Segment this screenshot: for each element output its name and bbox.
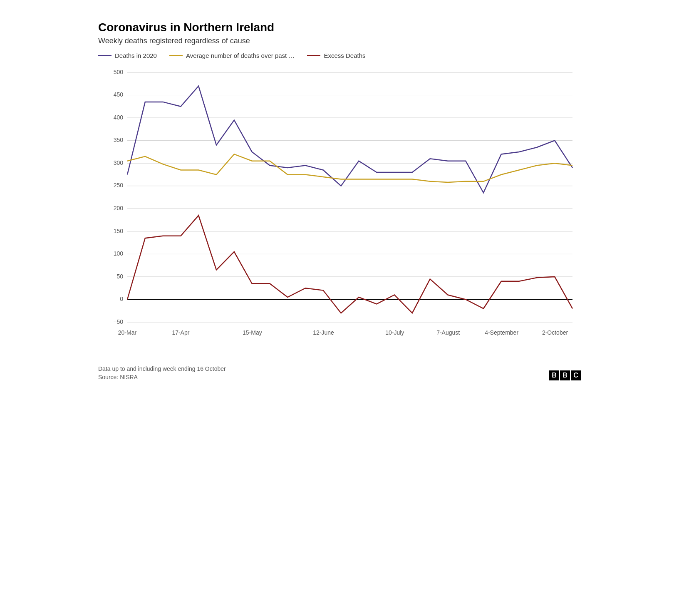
legend-line-average bbox=[169, 55, 183, 56]
chart-title: Coronavirus in Northern Ireland bbox=[98, 21, 581, 34]
deaths2020-line bbox=[127, 86, 572, 193]
legend-label-excess: Excess Deaths bbox=[324, 52, 365, 59]
chart-source: Source: NISRA bbox=[98, 374, 226, 380]
chart-footer-note: Data up to and including week ending 16 … bbox=[98, 365, 226, 372]
chart-svg: 500 450 400 350 300 250 200 150 100 50 0… bbox=[98, 64, 581, 355]
svg-text:200: 200 bbox=[114, 205, 124, 211]
svg-text:15-May: 15-May bbox=[243, 329, 262, 336]
chart-area: 500 450 400 350 300 250 200 150 100 50 0… bbox=[98, 64, 581, 355]
bbc-c: C bbox=[571, 370, 581, 380]
legend-line-excess bbox=[307, 55, 320, 56]
svg-text:350: 350 bbox=[114, 137, 124, 143]
legend-item-deaths2020: Deaths in 2020 bbox=[98, 52, 157, 59]
svg-text:300: 300 bbox=[114, 159, 124, 166]
svg-text:17-Apr: 17-Apr bbox=[172, 329, 189, 336]
legend-line-deaths2020 bbox=[98, 55, 112, 56]
footer-row: Data up to and including week ending 16 … bbox=[98, 360, 581, 380]
legend-label-deaths2020: Deaths in 2020 bbox=[115, 52, 157, 59]
excess-deaths-line bbox=[127, 216, 572, 313]
svg-text:−50: −50 bbox=[113, 318, 123, 325]
legend: Deaths in 2020 Average number of deaths … bbox=[98, 52, 581, 59]
bbc-b1: B bbox=[549, 370, 559, 380]
svg-text:20-Mar: 20-Mar bbox=[118, 329, 137, 336]
bbc-b2: B bbox=[560, 370, 570, 380]
svg-text:7-August: 7-August bbox=[436, 329, 460, 336]
svg-text:4-September: 4-September bbox=[485, 329, 518, 336]
svg-text:100: 100 bbox=[114, 250, 124, 257]
bbc-box: B B C bbox=[549, 370, 581, 380]
bbc-logo: B B C bbox=[549, 370, 581, 380]
average-line bbox=[127, 154, 572, 182]
svg-text:250: 250 bbox=[114, 182, 124, 189]
chart-container: Coronavirus in Northern Ireland Weekly d… bbox=[90, 8, 589, 389]
legend-label-average: Average number of deaths over past … bbox=[186, 52, 295, 59]
svg-text:500: 500 bbox=[114, 69, 124, 75]
legend-item-excess: Excess Deaths bbox=[307, 52, 365, 59]
chart-subtitle: Weekly deaths registered regardless of c… bbox=[98, 37, 581, 45]
legend-item-average: Average number of deaths over past … bbox=[169, 52, 295, 59]
svg-text:400: 400 bbox=[114, 114, 124, 121]
svg-text:12-June: 12-June bbox=[313, 329, 334, 336]
svg-text:450: 450 bbox=[114, 91, 124, 98]
svg-text:50: 50 bbox=[116, 273, 123, 280]
svg-text:10-July: 10-July bbox=[385, 329, 404, 336]
svg-text:0: 0 bbox=[120, 296, 123, 302]
svg-text:2-October: 2-October bbox=[542, 329, 568, 336]
svg-text:150: 150 bbox=[114, 228, 124, 234]
